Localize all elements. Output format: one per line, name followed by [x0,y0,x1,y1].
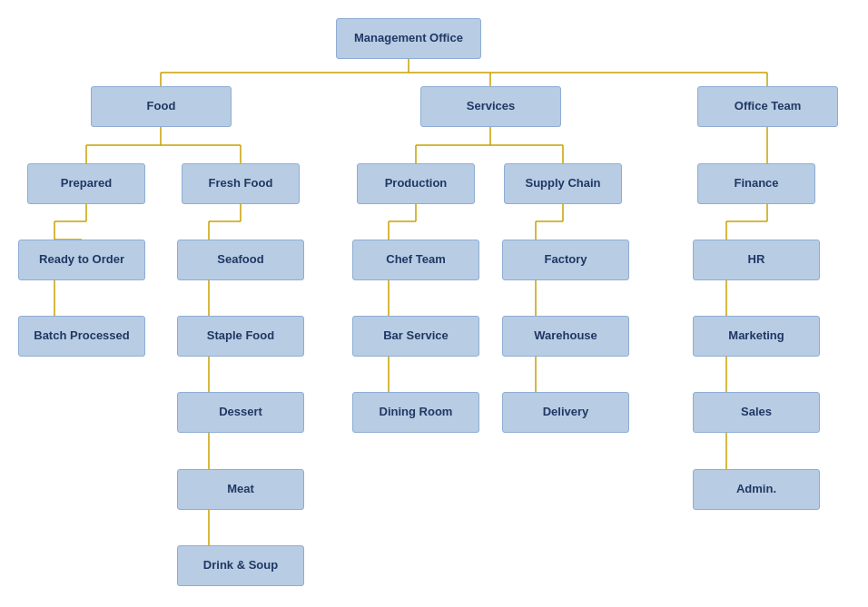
drink-soup-node: Drink & Soup [177,545,304,586]
prepared-node: Prepared [27,163,145,204]
delivery-node: Delivery [502,392,629,433]
org-chart: Management Office Food Services Office T… [0,0,868,36]
fresh-food-node: Fresh Food [182,163,300,204]
chef-team-node: Chef Team [352,240,479,280]
warehouse-node: Warehouse [502,316,629,357]
factory-node: Factory [502,240,629,280]
hr-node: HR [693,240,820,280]
staple-food-node: Staple Food [177,316,304,357]
dessert-node: Dessert [177,392,304,433]
food-node: Food [91,86,232,127]
management-office-node: Management Office [336,18,481,59]
batch-processed-node: Batch Processed [18,316,145,357]
ready-to-order-node: Ready to Order [18,240,145,280]
dining-room-node: Dining Room [352,392,479,433]
seafood-node: Seafood [177,240,304,280]
meat-node: Meat [177,469,304,510]
production-node: Production [357,163,475,204]
marketing-node: Marketing [693,316,820,357]
supply-chain-node: Supply Chain [504,163,622,204]
finance-node: Finance [697,163,815,204]
sales-node: Sales [693,392,820,433]
services-node: Services [420,86,561,127]
admin-node: Admin. [693,469,820,510]
office-team-node: Office Team [697,86,838,127]
bar-service-node: Bar Service [352,316,479,357]
